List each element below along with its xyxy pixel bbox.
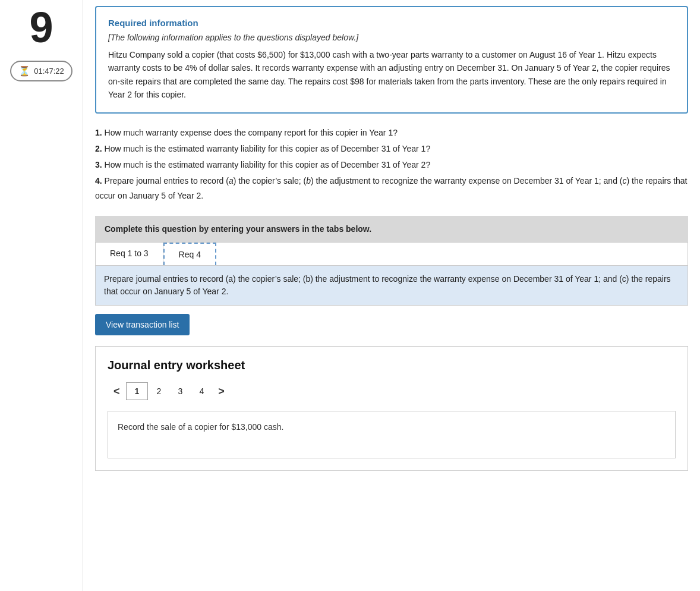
complete-bar-label: Complete this question by entering your … [105,224,371,234]
tab-req-1-to-3[interactable]: Req 1 to 3 [96,243,163,265]
questions-section: 1. How much warranty expense does the co… [95,125,688,204]
tab-req-4[interactable]: Req 4 [163,243,216,265]
timer-label: 01:47:22 [34,67,64,76]
required-info-title: Required information [108,18,675,28]
journal-worksheet: Journal entry worksheet < 1 2 3 4 [95,346,688,471]
journal-nav: < 1 2 3 4 > [108,382,231,401]
timer-icon: ⏳ [18,65,30,77]
question-3: 3. How much is the estimated warranty li… [95,158,688,172]
main-content: Required information [The following info… [83,0,700,591]
journal-page-1[interactable]: 1 [126,382,149,400]
timer-box: ⏳ 01:47:22 [10,61,72,81]
journal-description-box: Record the sale of a copier for $13,000 … [108,411,676,458]
required-info-body: Hitzu Company sold a copier (that costs … [108,48,675,102]
journal-page-2[interactable]: 2 [148,383,169,400]
journal-nav-wrapper: < 1 2 3 4 > [108,382,676,411]
question-1: 1. How much warranty expense does the co… [95,125,688,140]
journal-title: Journal entry worksheet [108,359,676,372]
question-2: 2. How much is the estimated warranty li… [95,142,688,156]
tabs-container: Req 1 to 3 Req 4 Prepare journal entries… [95,242,688,306]
tab-content-area: Prepare journal entries to record (a) th… [96,266,688,305]
tabs-row: Req 1 to 3 Req 4 [96,243,688,266]
journal-page-4[interactable]: 4 [191,383,212,400]
nav-prev-button[interactable]: < [108,382,126,401]
question-4: 4. Prepare journal entries to record (a)… [95,174,688,203]
view-transaction-button[interactable]: View transaction list [95,314,190,335]
sidebar: 9 ⏳ 01:47:22 [0,0,83,591]
question-number: 9 [29,6,53,49]
tab-content-text: Prepare journal entries to record (a) th… [104,274,671,296]
required-info-subtitle: [The following information applies to th… [108,33,675,42]
journal-page-3[interactable]: 3 [169,383,191,400]
complete-bar: Complete this question by entering your … [95,216,688,242]
required-info-box: Required information [The following info… [95,6,688,114]
journal-description-text: Record the sale of a copier for $13,000 … [118,422,283,432]
nav-next-button[interactable]: > [212,382,231,401]
